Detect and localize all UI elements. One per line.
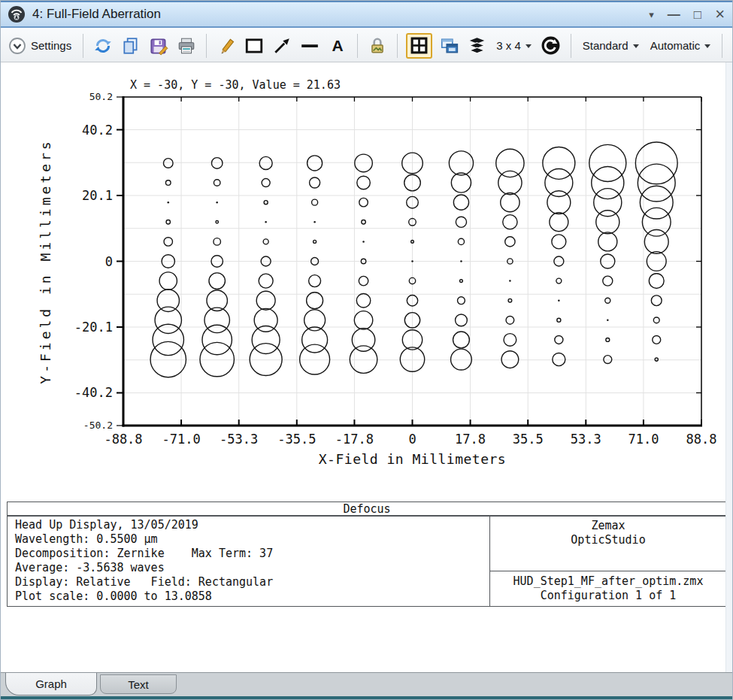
lock-button[interactable] <box>366 33 389 59</box>
standard-dropdown[interactable]: Standard <box>580 33 642 59</box>
field-point-bubble <box>456 314 468 326</box>
line-icon <box>299 36 320 56</box>
lock-icon <box>368 36 387 56</box>
standard-label: Standard <box>583 39 629 52</box>
field-point-bubble <box>453 195 468 210</box>
field-point-bubble <box>545 169 573 197</box>
svg-text:0: 0 <box>408 432 416 447</box>
annotate-arrow-button[interactable] <box>271 33 293 59</box>
text-line: Display: Relative Field: Rectangular <box>15 575 489 589</box>
minimize-button[interactable]: — <box>668 8 680 21</box>
window-menu-button[interactable]: ▾ <box>649 10 654 20</box>
svg-text:-17.8: -17.8 <box>335 432 374 447</box>
svg-text:-88.8: -88.8 <box>104 432 142 447</box>
window-edge-strip <box>725 62 732 672</box>
annotate-rectangle-button[interactable] <box>243 33 265 59</box>
field-point-bubble <box>209 273 226 289</box>
print-button[interactable] <box>175 33 198 59</box>
field-point-bubble <box>651 295 662 306</box>
field-point-bubble <box>259 156 272 169</box>
toolbar-separator <box>206 34 207 58</box>
aberration-bubble-plot[interactable]: -88.8-71.0-53.3-35.5-17.8017.835.553.371… <box>1 62 733 483</box>
annotate-pencil-button[interactable] <box>215 33 238 59</box>
field-point-bubble <box>300 344 330 374</box>
toolbar-separator <box>83 34 83 58</box>
window-bottom-border <box>1 696 732 700</box>
field-point-bubble <box>596 211 619 234</box>
svg-text:50.2: 50.2 <box>89 91 113 102</box>
field-point-bubble <box>362 241 365 243</box>
copy-button[interactable] <box>120 33 142 59</box>
svg-text:20.1: 20.1 <box>82 188 113 203</box>
close-button[interactable]: × <box>715 6 725 23</box>
field-point-bubble <box>159 272 177 289</box>
svg-text:53.3: 53.3 <box>571 432 601 447</box>
settings-button[interactable]: Settings <box>5 33 74 59</box>
field-point-bubble <box>259 274 273 288</box>
field-point-bubble <box>202 325 232 354</box>
text-line: Configuration 1 of 1 <box>490 589 726 603</box>
field-point-bubble <box>503 215 517 229</box>
field-point-bubble <box>359 276 368 285</box>
window-controls: ▾ — □ × <box>649 2 725 26</box>
field-point-bubble <box>307 292 323 309</box>
layers-button[interactable] <box>465 33 488 59</box>
field-point-bubble <box>496 149 524 177</box>
cascade-windows-icon <box>439 36 459 56</box>
toolbar-separator <box>571 34 571 58</box>
field-point-bubble <box>547 191 571 214</box>
grid-size-label: 3 x 4 <box>496 39 521 52</box>
field-point-bubble <box>653 336 661 344</box>
field-point-bubble <box>556 278 562 283</box>
tab-text[interactable]: Text <box>100 674 177 694</box>
field-point-bubble <box>460 280 463 283</box>
annotate-text-button[interactable]: A <box>326 33 349 59</box>
field-point-bubble <box>555 335 563 344</box>
field-point-bubble <box>264 201 268 205</box>
save-icon <box>149 36 168 56</box>
field-point-bubble <box>655 358 658 361</box>
svg-text:-71.0: -71.0 <box>162 432 200 447</box>
svg-text:-35.5: -35.5 <box>277 432 316 447</box>
svg-text:17.8: 17.8 <box>455 432 486 447</box>
field-point-bubble <box>598 232 617 251</box>
refresh-button[interactable] <box>92 33 114 59</box>
maximize-button[interactable]: □ <box>694 8 701 21</box>
field-point-bubble <box>307 156 323 171</box>
field-point-bubble <box>605 298 610 303</box>
field-point-bubble <box>355 154 373 172</box>
layers-icon <box>467 36 487 56</box>
automatic-dropdown[interactable]: Automatic <box>647 33 714 59</box>
rotate-button[interactable] <box>540 33 562 59</box>
field-point-bubble <box>458 238 464 244</box>
save-button[interactable] <box>147 33 170 59</box>
zemax-analysis-icon <box>7 5 26 24</box>
field-point-bubble <box>359 198 368 207</box>
graph-content-area: -88.8-71.0-53.3-35.5-17.8017.835.553.371… <box>1 62 732 672</box>
svg-text:-50.2: -50.2 <box>83 420 113 431</box>
cascade-windows-button[interactable] <box>438 33 460 59</box>
tab-graph[interactable]: Graph <box>5 673 97 695</box>
field-point-bubble <box>449 151 473 175</box>
field-point-bubble <box>506 317 514 325</box>
field-point-bubble <box>456 217 466 227</box>
grid-size-dropdown[interactable]: 3 x 4 <box>493 33 535 59</box>
text-line: Plot scale: 0.0000 to 13.0858 <box>15 589 489 604</box>
annotate-line-button[interactable] <box>298 33 321 59</box>
field-point-bubble <box>411 260 413 262</box>
quad-view-button[interactable] <box>406 33 432 59</box>
field-point-bubble <box>157 289 179 311</box>
brand-text: ZemaxOpticStudio <box>490 517 726 571</box>
text-line: Head Up Display, 13/05/2019 <box>15 518 489 532</box>
chevron-down-icon <box>526 44 532 51</box>
field-point-bubble <box>451 349 472 370</box>
chevron-down-circle-icon <box>8 37 26 55</box>
field-point-bubble <box>354 311 372 329</box>
quad-view-icon <box>410 36 429 55</box>
field-point-bubble <box>313 240 317 243</box>
toolbar-separator <box>357 34 358 58</box>
chevron-down-icon <box>633 44 639 51</box>
copy-icon <box>121 36 141 56</box>
field-point-bubble <box>451 173 471 192</box>
field-point-bubble <box>165 180 171 186</box>
